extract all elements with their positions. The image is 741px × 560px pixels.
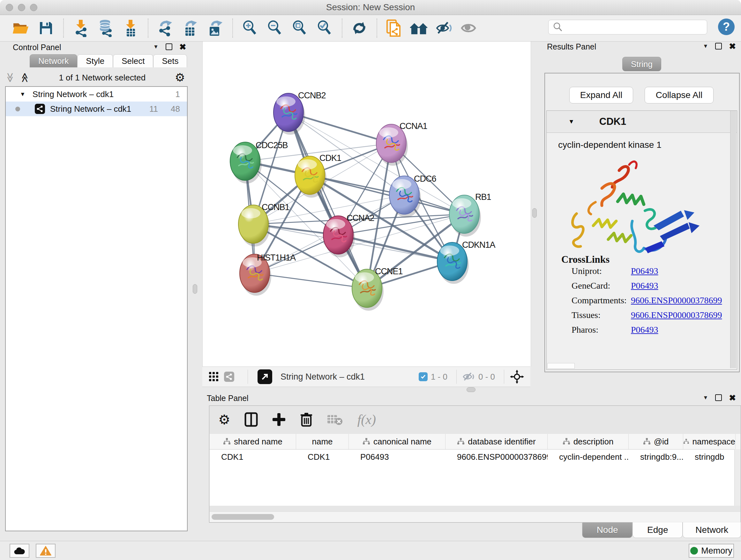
- zoom-fit-icon[interactable]: [290, 18, 309, 38]
- node-CDC25B[interactable]: CDC25B: [230, 140, 288, 184]
- right-splitter-handle[interactable]: [532, 208, 537, 218]
- show-columns-icon[interactable]: [245, 412, 258, 427]
- column-header-description[interactable]: description: [548, 434, 629, 449]
- table-cell[interactable]: CDK1: [296, 449, 349, 464]
- float-panel-icon[interactable]: [715, 394, 722, 401]
- detach-view-button[interactable]: [258, 369, 272, 384]
- string-home-icon[interactable]: [409, 18, 428, 38]
- tab-network[interactable]: Network: [30, 54, 77, 67]
- node-CDC6[interactable]: CDC6: [389, 174, 436, 217]
- cloud-status-button[interactable]: [10, 544, 29, 558]
- crosslink-value-link[interactable]: P06493: [631, 325, 658, 335]
- refresh-icon[interactable]: [350, 18, 369, 38]
- help-button[interactable]: ?: [718, 18, 735, 35]
- export-image-icon[interactable]: [205, 18, 225, 38]
- table-row[interactable]: CDK1CDK1P064939606.ENSP00000378699cyclin…: [210, 449, 740, 464]
- memory-button[interactable]: Memory: [689, 544, 734, 558]
- scrollbar-thumb[interactable]: [212, 514, 274, 520]
- tab-string[interactable]: String: [622, 57, 661, 71]
- node-CCNA1[interactable]: CCNA1: [376, 121, 427, 166]
- expand-all-icon[interactable]: ≫: [20, 72, 29, 82]
- table-cell[interactable]: stringdb: [683, 449, 736, 464]
- tab-sets[interactable]: Sets: [153, 54, 187, 67]
- crosslink-value-link[interactable]: P06493: [631, 266, 658, 276]
- table-horizontal-scrollbar[interactable]: [210, 511, 740, 522]
- float-panel-icon[interactable]: [165, 44, 172, 50]
- column-header-shared-name[interactable]: shared name: [210, 434, 296, 449]
- results-vertical-scrollbar[interactable]: [730, 111, 736, 368]
- delete-column-trash-icon[interactable]: [300, 412, 313, 427]
- column-header--id[interactable]: @id: [629, 434, 683, 449]
- status-bar: Memory: [0, 541, 741, 560]
- hidden-node-edge-count: 0 - 0: [478, 372, 495, 382]
- table-cell[interactable]: 9606.ENSP00000378699: [446, 449, 548, 464]
- network-options-gear-icon[interactable]: ⚙: [175, 71, 185, 84]
- selected-checkbox-icon[interactable]: [419, 372, 428, 381]
- entry-header[interactable]: ▼ CDK1: [547, 111, 737, 133]
- column-header-database-identifier[interactable]: database identifier: [446, 434, 548, 449]
- warning-status-button[interactable]: [36, 544, 56, 558]
- crosslink-value-link[interactable]: 9606.ENSP00000378699: [631, 310, 722, 320]
- save-session-icon[interactable]: [37, 18, 56, 38]
- hidden-eye-icon[interactable]: [462, 372, 475, 382]
- zoom-selected-icon[interactable]: [315, 18, 334, 38]
- crosslink-label: GeneCard:: [571, 281, 610, 291]
- show-all-icon[interactable]: [459, 18, 478, 38]
- tab-select[interactable]: Select: [113, 54, 153, 67]
- panel-menu-icon[interactable]: ▼: [703, 43, 708, 50]
- crosslink-value-link[interactable]: 9606.ENSP00000378699: [631, 295, 722, 306]
- entry-collapse-icon[interactable]: ▼: [568, 118, 575, 125]
- network-row[interactable]: String Network – cdk1 11 48: [6, 102, 187, 116]
- table-vertical-scrollbar[interactable]: [734, 449, 740, 506]
- tab-network-table[interactable]: Network Table: [683, 522, 741, 538]
- column-header-namespace[interactable]: namespace: [683, 434, 736, 449]
- close-panel-icon[interactable]: ✖: [729, 43, 736, 50]
- expand-all-button[interactable]: Expand All: [569, 87, 633, 104]
- collapse-all-button[interactable]: Collapse All: [645, 87, 714, 104]
- column-header-canonical-name[interactable]: canonical name: [349, 434, 446, 449]
- export-network-icon[interactable]: [156, 18, 175, 38]
- network-collection-row[interactable]: ▼ String Network – cdk1 1: [6, 87, 187, 102]
- column-header-name[interactable]: name: [296, 434, 349, 449]
- hide-unselected-icon[interactable]: [434, 18, 454, 38]
- crosslink-value-link[interactable]: P06493: [631, 281, 658, 291]
- node-CCNB2[interactable]: CCNB2: [273, 91, 326, 135]
- node-CCNE1[interactable]: CCNE1: [352, 266, 403, 311]
- import-table-icon[interactable]: [121, 18, 140, 38]
- panel-menu-icon[interactable]: ▼: [703, 395, 708, 401]
- import-network-icon[interactable]: [71, 18, 90, 38]
- zoom-in-icon[interactable]: [240, 18, 259, 38]
- navigator-crosshair-icon[interactable]: [510, 370, 524, 384]
- network-canvas[interactable]: CCNB2CCNA1CDC25BCDK1CDC6RB1CCNB1CCNA2CDK…: [202, 42, 531, 367]
- panel-menu-icon[interactable]: ▼: [153, 44, 158, 50]
- node-CDKN1A[interactable]: CDKN1A: [437, 240, 495, 284]
- table-options-gear-icon[interactable]: ⚙: [218, 412, 230, 428]
- open-session-icon[interactable]: [11, 18, 30, 38]
- close-panel-icon[interactable]: ✖: [179, 44, 186, 50]
- table-cell[interactable]: cyclin-dependent ...: [548, 449, 629, 464]
- tab-node-table[interactable]: Node Table: [582, 522, 632, 538]
- node-CCNA2[interactable]: CCNA2: [323, 213, 374, 257]
- collapse-all-icon[interactable]: ≫: [5, 72, 15, 82]
- left-splitter-handle[interactable]: [193, 284, 197, 294]
- import-database-icon[interactable]: [96, 18, 115, 38]
- close-panel-icon[interactable]: ✖: [729, 395, 736, 401]
- zoom-out-icon[interactable]: [265, 18, 284, 38]
- network-list-view-icon[interactable]: [222, 367, 236, 386]
- tab-style[interactable]: Style: [77, 54, 113, 67]
- collection-expand-icon[interactable]: ▼: [20, 91, 25, 98]
- node-RB1[interactable]: RB1: [449, 192, 491, 237]
- add-column-icon[interactable]: [272, 413, 286, 427]
- table-cell[interactable]: P06493: [349, 449, 446, 464]
- float-panel-icon[interactable]: [715, 43, 722, 50]
- export-table-icon[interactable]: [181, 18, 200, 38]
- grid-view-icon[interactable]: [207, 367, 221, 386]
- table-cell[interactable]: CDK1: [210, 449, 296, 464]
- results-horizontal-scrollbar[interactable]: [547, 363, 575, 369]
- tab-edge-table[interactable]: Edge Table: [632, 522, 683, 538]
- table-cell[interactable]: stringdb:9...: [629, 449, 683, 464]
- toolbar-separator: [232, 18, 233, 38]
- node-HIST1H1A[interactable]: HIST1H1A: [240, 253, 296, 296]
- search-input[interactable]: [566, 22, 707, 33]
- copy-style-icon[interactable]: [385, 18, 404, 38]
